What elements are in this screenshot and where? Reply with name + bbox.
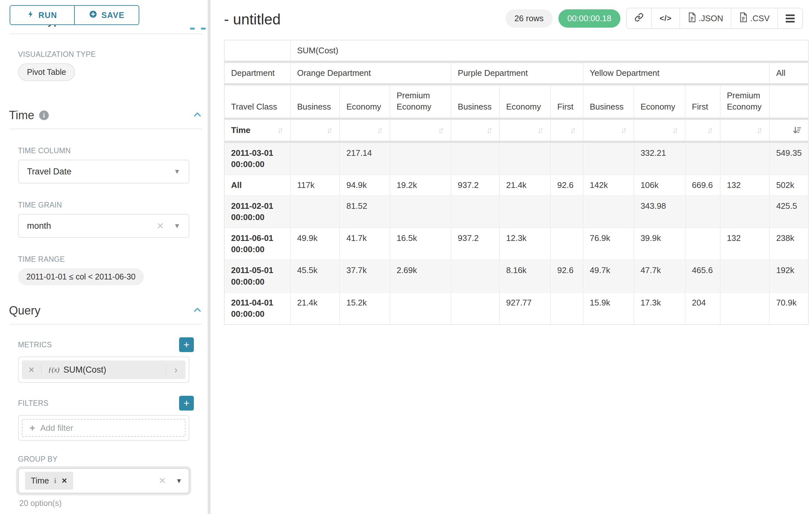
- query-section-header[interactable]: Query: [9, 304, 202, 317]
- pivot-value-cell: [551, 196, 583, 228]
- sort-icon: ↓↑: [537, 124, 544, 136]
- pivot-value-cell: [390, 196, 452, 228]
- travel-class-header: Economy: [634, 85, 686, 117]
- pivot-table-container: SUM(Cost)DepartmentOrange DepartmentPurp…: [224, 40, 809, 325]
- sort-icon: ↓↑: [707, 124, 714, 136]
- add-metric-button[interactable]: +: [179, 337, 194, 352]
- visualization-type-value[interactable]: Pivot Table: [18, 63, 75, 81]
- pivot-value-cell: 37.7k: [340, 260, 390, 292]
- department-group-header: Yellow Department: [583, 63, 770, 83]
- file-icon: [688, 12, 696, 24]
- pivot-value-cell: 15.2k: [340, 293, 390, 324]
- time-range-value[interactable]: 2011-01-01 ≤ col < 2011-06-30: [18, 268, 144, 285]
- menu-button[interactable]: [777, 8, 802, 28]
- time-grain-label: TIME GRAIN: [18, 201, 212, 210]
- pivot-value-cell: 70.9k: [770, 293, 808, 324]
- sort-icon: ↓↑: [621, 124, 627, 136]
- column-sort-header[interactable]: ↓↑: [551, 120, 583, 140]
- fx-icon: ƒ(x): [48, 366, 59, 374]
- file-icon: [739, 12, 748, 24]
- pivot-value-cell: [721, 196, 770, 228]
- pivot-value-cell: 217.14: [340, 143, 390, 175]
- metric-header-cell: SUM(Cost): [291, 40, 808, 61]
- pivot-value-cell: 465.6: [686, 260, 721, 292]
- remove-metric-icon[interactable]: ✕: [22, 365, 42, 375]
- pivot-value-cell: 937.2: [451, 175, 500, 196]
- time-column-value: Travel Date: [27, 167, 71, 177]
- clear-icon[interactable]: ✕: [158, 476, 166, 486]
- travel-class-header: First: [551, 85, 583, 117]
- time-grain-select[interactable]: month ✕ ▼: [18, 214, 190, 238]
- caret-down-icon: ▼: [176, 477, 182, 485]
- pivot-value-cell: [390, 293, 452, 324]
- pivot-value-cell: 2.69k: [390, 260, 452, 292]
- travel-class-header: Business: [583, 85, 634, 117]
- time-section-header[interactable]: Time i: [9, 109, 202, 122]
- column-sort-header[interactable]: ↓↑: [291, 120, 340, 140]
- time-column-label: TIME COLUMN: [18, 146, 212, 155]
- export-json-button[interactable]: .JSON: [679, 8, 731, 28]
- column-sort-header[interactable]: ↓↑: [500, 120, 551, 140]
- pivot-value-cell: [686, 196, 721, 228]
- column-sort-header[interactable]: ↓↑: [340, 120, 390, 140]
- pivot-value-cell: [551, 293, 583, 324]
- chevron-right-icon[interactable]: ›: [166, 364, 185, 375]
- query-section-title: Query: [9, 304, 40, 317]
- sort-icon: ↓↑: [756, 124, 762, 136]
- pivot-value-cell: 49.9k: [291, 228, 340, 260]
- pivot-value-cell: [721, 293, 770, 324]
- group-by-select[interactable]: Time i ✕ ✕ ▼: [18, 468, 190, 493]
- pivot-value-cell: 19.2k: [390, 175, 452, 196]
- column-sort-header[interactable]: ↓↑: [634, 120, 686, 140]
- metric-item[interactable]: ✕ ƒ(x) SUM(Cost) ›: [22, 360, 185, 379]
- column-sort-header[interactable]: ↓↑: [583, 120, 634, 140]
- time-column-select[interactable]: Travel Date ▼: [18, 160, 190, 184]
- pivot-row-header: 2011-02-01 00:00:00: [225, 196, 291, 228]
- sort-icon: ↓↑: [377, 124, 383, 136]
- pivot-value-cell: [551, 143, 583, 175]
- pivot-row-header: All: [225, 175, 291, 196]
- pivot-value-cell: 132: [721, 175, 770, 196]
- chart-title[interactable]: - untitled: [224, 10, 281, 28]
- link-icon: [635, 13, 643, 24]
- divider: [10, 129, 202, 129]
- run-button[interactable]: RUN: [10, 6, 74, 24]
- plus-circle-icon: [89, 10, 97, 20]
- pivot-value-cell: [500, 196, 551, 228]
- sort-icon: ↓↑: [570, 124, 576, 136]
- hamburger-menu-icon: [786, 15, 795, 23]
- column-sort-header[interactable]: ↓↑: [390, 120, 452, 140]
- filters-label: FILTERS: [18, 399, 49, 408]
- column-sort-header[interactable]: ↓↑: [451, 120, 500, 140]
- pivot-value-cell: [500, 143, 551, 175]
- column-sort-header[interactable]: [770, 120, 808, 140]
- sort-icon: ↓↑: [486, 124, 493, 136]
- column-sort-header[interactable]: ↓↑: [686, 120, 721, 140]
- pivot-value-cell: 343.98: [634, 196, 686, 228]
- save-button[interactable]: SAVE: [74, 6, 139, 24]
- pivot-value-cell: 142k: [583, 175, 634, 196]
- share-link-button[interactable]: [627, 8, 651, 28]
- run-save-button-group: RUN SAVE: [10, 5, 139, 25]
- sidebar-scrollbar[interactable]: [208, 0, 210, 514]
- add-filter-button[interactable]: +: [179, 396, 194, 410]
- column-sort-header[interactable]: ↓↑: [721, 120, 770, 140]
- pivot-value-cell: 669.6: [686, 175, 721, 196]
- embed-code-button[interactable]: </>: [651, 8, 679, 28]
- time-sort-header[interactable]: Time↓↑: [225, 120, 291, 140]
- travel-class-header: Premium Economy: [390, 85, 452, 117]
- chevron-up-icon[interactable]: [193, 110, 202, 121]
- group-by-tag[interactable]: Time i ✕: [25, 472, 73, 490]
- chevron-up-icon[interactable]: [193, 305, 202, 316]
- pivot-value-cell: 94.9k: [340, 175, 390, 196]
- export-csv-button[interactable]: .CSV: [731, 8, 777, 28]
- department-group-header: Orange Department: [291, 63, 452, 83]
- remove-tag-icon[interactable]: ✕: [61, 477, 67, 485]
- pivot-corner-cell: [225, 40, 291, 61]
- pivot-value-cell: [721, 143, 770, 175]
- add-filter-dropzone[interactable]: + Add filter: [22, 419, 185, 437]
- filters-container: + Add filter: [18, 415, 190, 441]
- travel-class-header: Premium Economy: [721, 85, 770, 117]
- clear-icon[interactable]: ✕: [156, 221, 164, 231]
- time-section-title: Time: [9, 109, 34, 122]
